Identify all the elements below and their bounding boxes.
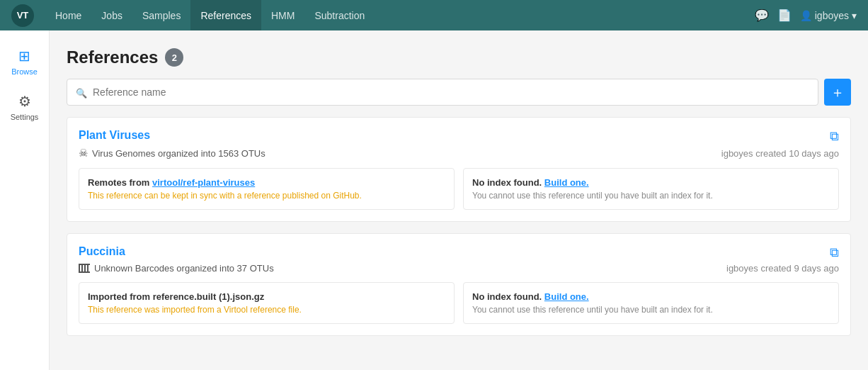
nav-samples[interactable]: Samples — [132, 0, 190, 30]
search-input-wrap — [67, 79, 818, 106]
page-title: References — [67, 47, 158, 67]
build-index-link-1[interactable]: Build one. — [544, 177, 589, 188]
chat-icon[interactable] — [755, 8, 769, 23]
grid-icon — [18, 47, 30, 65]
ref-panel-remotes-desc: This reference can be kept in sync with … — [88, 191, 445, 201]
navbar: VT Home Jobs Samples References HMM Subt… — [0, 0, 868, 30]
sidebar-item-browse[interactable]: Browse — [0, 42, 49, 82]
search-icon — [76, 86, 87, 99]
app-logo: VT — [11, 4, 34, 27]
user-icon: 👤 — [800, 10, 812, 21]
sidebar-item-settings[interactable]: Settings — [0, 87, 49, 127]
copy-icon-plant-viruses[interactable] — [830, 129, 839, 144]
ref-panel-remotes: Remotes from virtool/ref-plant-viruses T… — [79, 168, 455, 210]
reference-card-puccinia: Puccinia Unknown Barcodes organized into… — [67, 233, 851, 336]
nav-references[interactable]: References — [190, 0, 261, 30]
ref-panel-imported-title: Imported from reference.built (1).json.g… — [88, 291, 445, 302]
sidebar: Browse Settings — [0, 30, 50, 370]
ref-panels-puccinia: Imported from reference.built (1).json.g… — [79, 282, 839, 324]
build-index-link-2[interactable]: Build one. — [544, 291, 589, 302]
ref-panels-plant-viruses: Remotes from virtool/ref-plant-viruses T… — [79, 168, 839, 210]
ref-panel-no-index-2: No index found. Build one. You cannot us… — [463, 282, 839, 324]
ref-name-puccinia[interactable]: Puccinia — [79, 245, 125, 258]
main-content: References 2 ＋ Plant Viruses ☠ Virus Gen… — [50, 30, 868, 370]
no-index-desc-1: You cannot use this reference until you … — [472, 191, 830, 201]
virus-icon: ☠ — [79, 147, 88, 159]
ref-card-header: Plant Viruses — [79, 129, 839, 144]
nav-jobs[interactable]: Jobs — [91, 0, 132, 30]
barcode-icon — [79, 264, 90, 273]
caret-down-icon — [852, 10, 857, 21]
nav-subtraction[interactable]: Subtraction — [304, 0, 375, 30]
ref-remote-link[interactable]: virtool/ref-plant-viruses — [152, 177, 255, 188]
search-input[interactable] — [93, 86, 809, 98]
no-index-title-1: No index found. Build one. — [472, 177, 830, 188]
ref-panel-no-index-1: No index found. Build one. You cannot us… — [463, 168, 839, 210]
ref-card-header-puccinia: Puccinia — [79, 245, 839, 260]
no-index-desc-2: You cannot use this reference until you … — [472, 305, 830, 315]
references-count-badge: 2 — [165, 48, 183, 67]
ref-panel-imported: Imported from reference.built (1).json.g… — [79, 282, 455, 324]
add-reference-button[interactable]: ＋ — [824, 79, 851, 106]
plus-icon: ＋ — [830, 83, 845, 102]
nav-home[interactable]: Home — [45, 0, 91, 30]
navbar-right: 👤 igboyes — [755, 8, 857, 23]
search-bar: ＋ — [67, 79, 851, 106]
docs-icon[interactable] — [777, 8, 792, 23]
gear-icon — [18, 93, 31, 110]
ref-meta-plant-viruses: ☠ Virus Genomes organized into 1563 OTUs… — [79, 147, 839, 159]
ref-panel-remotes-title: Remotes from virtool/ref-plant-viruses — [88, 177, 445, 188]
nav-links: Home Jobs Samples References HMM Subtrac… — [45, 0, 755, 30]
reference-card-plant-viruses: Plant Viruses ☠ Virus Genomes organized … — [67, 117, 851, 222]
no-index-title-2: No index found. Build one. — [472, 291, 830, 302]
page-header: References 2 — [67, 47, 851, 67]
layout: Browse Settings References 2 ＋ Plant V — [0, 30, 868, 370]
ref-meta-puccinia: Unknown Barcodes organized into 37 OTUs … — [79, 263, 839, 274]
copy-icon-puccinia[interactable] — [830, 245, 839, 260]
user-menu[interactable]: 👤 igboyes — [800, 10, 857, 21]
ref-name-plant-viruses[interactable]: Plant Viruses — [79, 129, 150, 142]
ref-panel-imported-desc: This reference was imported from a Virto… — [88, 305, 445, 315]
nav-hmm[interactable]: HMM — [261, 0, 304, 30]
